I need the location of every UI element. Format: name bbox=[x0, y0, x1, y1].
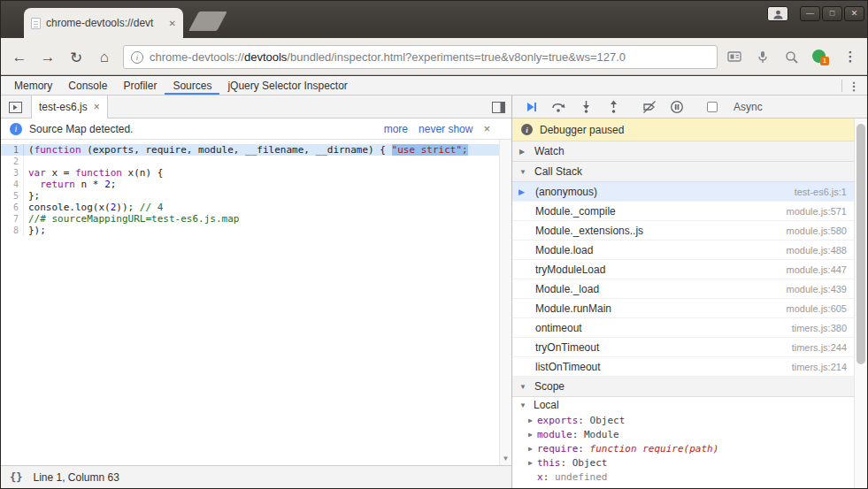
browser-menu-icon[interactable]: ⋮ bbox=[841, 47, 859, 66]
call-stack-frame[interactable]: Module._loadmodule.js:439 bbox=[512, 279, 854, 299]
step-over-button[interactable] bbox=[550, 100, 566, 114]
more-link[interactable]: more bbox=[384, 123, 408, 135]
watch-section-header[interactable]: ▶ Watch bbox=[512, 141, 854, 162]
call-stack-frame[interactable]: ▶(anonymous)test-es6.js:1 bbox=[512, 182, 854, 202]
code-line-3[interactable]: 3var x = function x(n) { bbox=[1, 167, 511, 179]
new-tab-button[interactable] bbox=[188, 11, 227, 31]
devtools-tab-sources[interactable]: Sources bbox=[165, 76, 219, 95]
scope-entry-module[interactable]: ▶module: Module bbox=[512, 427, 854, 441]
line-number[interactable]: 2 bbox=[1, 156, 24, 167]
devtools-menu-icon[interactable]: ⋮ bbox=[846, 76, 862, 96]
extension-badge-icon[interactable]: 1 bbox=[812, 50, 826, 63]
chevron-right-icon[interactable]: ▶ bbox=[528, 431, 537, 439]
call-stack-frame[interactable]: Module._extensions..jsmodule.js:580 bbox=[512, 221, 854, 241]
call-stack-frame[interactable]: Module.runMainmodule.js:605 bbox=[512, 299, 854, 318]
chevron-down-icon[interactable]: ▼ bbox=[519, 383, 528, 391]
code-line-8[interactable]: 8}); bbox=[1, 225, 511, 236]
call-stack-section-header[interactable]: ▼ Call Stack bbox=[512, 162, 854, 182]
browser-toolbar: ← → ↻ ⌂ i chrome-devtools://devtools/bun… bbox=[1, 38, 867, 75]
scope-local-row[interactable]: ▼ Local bbox=[512, 397, 854, 413]
call-stack-frame[interactable]: ontimeouttimers.js:380 bbox=[512, 318, 854, 338]
scrollbar-thumb[interactable] bbox=[856, 124, 865, 364]
line-number[interactable]: 4 bbox=[1, 179, 24, 190]
step-into-button[interactable] bbox=[578, 100, 594, 114]
code-editor[interactable]: 1(function (exports, require, module, __… bbox=[1, 140, 511, 465]
chevron-down-icon[interactable]: ▼ bbox=[519, 168, 528, 176]
sidebar-scrollbar[interactable] bbox=[854, 118, 867, 488]
chevron-right-icon[interactable]: ▶ bbox=[528, 459, 537, 467]
scope-entry-exports[interactable]: ▶exports: Object bbox=[512, 413, 854, 427]
line-number[interactable]: 7 bbox=[1, 213, 24, 225]
line-number[interactable]: 1 bbox=[1, 144, 24, 156]
code-line-1[interactable]: 1(function (exports, require, module, __… bbox=[1, 144, 511, 156]
scroll-down-icon[interactable]: ▼ bbox=[500, 452, 511, 464]
profile-button[interactable] bbox=[767, 6, 788, 21]
address-bar[interactable]: i chrome-devtools://devtools/bundled/ins… bbox=[123, 45, 718, 69]
pause-on-exceptions-button[interactable] bbox=[669, 100, 685, 114]
chevron-right-icon[interactable]: ▶ bbox=[528, 445, 537, 453]
frame-location: test-es6.js:1 bbox=[795, 187, 847, 197]
close-button[interactable]: ✕ bbox=[844, 6, 864, 21]
forward-button[interactable]: → bbox=[36, 46, 59, 69]
devtools-tabbar: MemoryConsoleProfilerSourcesjQuery Selec… bbox=[1, 76, 867, 96]
line-number[interactable]: 3 bbox=[1, 167, 24, 179]
deactivate-breakpoints-button[interactable] bbox=[641, 100, 657, 114]
code-line-2[interactable]: 2 bbox=[1, 156, 511, 167]
url-text[interactable]: chrome-devtools://devtools/bundled/inspe… bbox=[150, 50, 626, 64]
devtools-tab-profiler[interactable]: Profiler bbox=[115, 76, 165, 95]
zoom-icon[interactable] bbox=[783, 49, 799, 65]
code-line-5[interactable]: 5}; bbox=[1, 190, 511, 202]
call-stack-frame[interactable]: tryModuleLoadmodule.js:447 bbox=[512, 260, 854, 279]
maximize-button[interactable]: □ bbox=[822, 6, 842, 21]
code-text: (function (exports, require, module, __f… bbox=[24, 144, 468, 156]
user-icon bbox=[772, 9, 784, 19]
infobar-close-icon[interactable]: × bbox=[483, 122, 490, 135]
sidebar-panel-icon[interactable] bbox=[492, 101, 505, 117]
chevron-right-icon[interactable]: ▶ bbox=[528, 416, 537, 424]
scope-entry-require[interactable]: ▶require: function require(path) bbox=[512, 441, 854, 455]
file-tab-bar: test-es6.js × bbox=[1, 96, 511, 118]
resume-button[interactable] bbox=[523, 100, 539, 114]
editor-scrollbar[interactable]: ▼ bbox=[499, 140, 511, 465]
reload-button[interactable]: ↻ bbox=[65, 46, 88, 69]
browser-tab[interactable]: chrome-devtools://devt ✕ bbox=[24, 8, 183, 38]
toolbar-divider bbox=[841, 80, 842, 92]
devtools-tab-memory[interactable]: Memory bbox=[6, 76, 60, 95]
chevron-right-icon[interactable]: ▶ bbox=[519, 148, 528, 156]
line-number[interactable]: 8 bbox=[1, 225, 24, 236]
call-stack-frame[interactable]: Module._compilemodule.js:571 bbox=[512, 202, 854, 221]
property-name: x bbox=[537, 471, 543, 483]
property-name: exports bbox=[537, 415, 578, 426]
card-icon[interactable] bbox=[726, 49, 742, 65]
navigator-toggle-icon[interactable] bbox=[9, 101, 22, 117]
step-out-button[interactable] bbox=[605, 100, 621, 114]
minimize-button[interactable]: — bbox=[800, 6, 820, 21]
forward-icon: → bbox=[41, 49, 56, 66]
step-into-icon bbox=[580, 100, 593, 113]
scope-entry-x[interactable]: x: undefined bbox=[512, 470, 854, 484]
line-number[interactable]: 5 bbox=[1, 190, 24, 202]
code-line-4[interactable]: 4 return n * 2; bbox=[1, 179, 511, 190]
file-tab[interactable]: test-es6.js × bbox=[31, 96, 108, 118]
call-stack-frame[interactable]: listOnTimeouttimers.js:214 bbox=[512, 357, 854, 377]
devtools-tab-console[interactable]: Console bbox=[60, 76, 115, 95]
call-stack-frame[interactable]: Module.loadmodule.js:488 bbox=[512, 241, 854, 260]
scope-section-header[interactable]: ▼ Scope bbox=[512, 377, 854, 397]
mic-icon[interactable] bbox=[755, 49, 771, 65]
async-checkbox[interactable] bbox=[707, 102, 718, 112]
scope-entry-this[interactable]: ▶this: Object bbox=[512, 455, 854, 470]
site-info-icon[interactable]: i bbox=[131, 51, 143, 64]
never-show-link[interactable]: never show bbox=[419, 123, 472, 135]
file-tab-close-icon[interactable]: × bbox=[94, 101, 100, 113]
code-line-6[interactable]: 6console.log(x(2)); // 4 bbox=[1, 202, 511, 213]
home-button[interactable]: ⌂ bbox=[93, 46, 116, 69]
tab-close-icon[interactable]: ✕ bbox=[169, 19, 176, 28]
call-stack-frame[interactable]: tryOnTimeouttimers.js:244 bbox=[512, 338, 854, 357]
chevron-down-icon[interactable]: ▼ bbox=[519, 401, 528, 409]
debugger-paused-bar: i Debugger paused bbox=[512, 118, 854, 141]
code-line-7[interactable]: 7//# sourceMappingURL=test-es6.js.map bbox=[1, 213, 511, 225]
line-number[interactable]: 6 bbox=[1, 202, 24, 213]
pretty-print-icon[interactable]: {} bbox=[10, 471, 22, 484]
devtools-tab-jquery-selector-inspector[interactable]: jQuery Selector Inspector bbox=[219, 76, 355, 95]
back-button[interactable]: ← bbox=[8, 46, 31, 69]
